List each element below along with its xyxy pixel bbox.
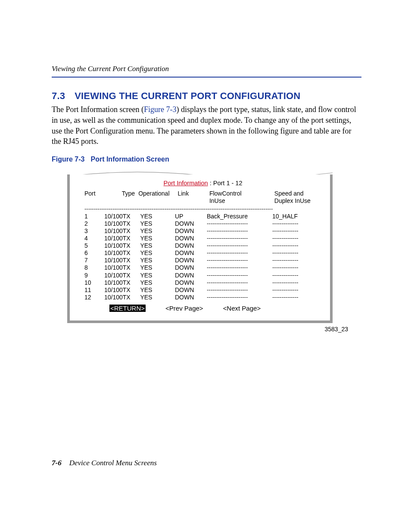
body-pre: The Port Information screen ( [52, 105, 144, 114]
figure-xref[interactable]: Figure 7-3 [144, 105, 177, 114]
cell-link: DOWN [175, 249, 207, 257]
table-row: 210/100TX YESDOWN-----------------------… [84, 220, 321, 227]
table-row: 910/100TX YESDOWN-----------------------… [84, 272, 321, 279]
cell-port: 1 [84, 213, 104, 220]
cell-operational: YES [135, 279, 175, 286]
cell-flowcontrol: ---------------------- [207, 242, 272, 249]
cell-operational: YES [135, 242, 175, 249]
table-row: 110/100TX YESUPBack_Pressure10_HALF [84, 213, 321, 220]
cell-link: UP [175, 213, 207, 220]
terminal-rows: 110/100TX YESUPBack_Pressure10_HALF210/1… [84, 213, 321, 301]
table-row: 810/100TX YESDOWN-----------------------… [84, 264, 321, 271]
cell-flowcontrol: ---------------------- [207, 220, 272, 227]
prev-page-button[interactable]: <Prev Page> [165, 305, 203, 312]
cell-link: DOWN [175, 279, 207, 286]
cell-operational: YES [135, 249, 175, 257]
cell-link: DOWN [175, 220, 207, 227]
table-row: 1010/100TX YESDOWN----------------------… [84, 279, 321, 286]
table-row: 610/100TX YESDOWN-----------------------… [84, 249, 321, 257]
section-number: 7.3 [52, 90, 65, 101]
table-row: 710/100TX YESDOWN-----------------------… [84, 257, 321, 264]
cell-link: DOWN [175, 227, 207, 235]
cell-flowcontrol: ---------------------- [207, 235, 272, 242]
figure-id: 3583_23 [67, 326, 348, 333]
terminal-title: Port Information : Port 1 - 12 [84, 180, 321, 187]
cell-port: 11 [84, 286, 104, 294]
cell-type: 10/100TX [104, 286, 135, 294]
cell-speed-duplex: -------------- [272, 257, 320, 264]
figure-caption: Figure 7-3Port Information Screen [52, 156, 361, 163]
cell-flowcontrol: ---------------------- [207, 264, 272, 271]
cell-operational: YES [135, 257, 175, 264]
cell-type: 10/100TX [104, 213, 135, 220]
next-page-button[interactable]: <Next Page> [223, 305, 261, 312]
cell-operational: YES [135, 294, 175, 301]
cell-operational: YES [135, 220, 175, 227]
cell-port: 7 [84, 257, 104, 264]
return-button[interactable]: <RETURN> [109, 305, 146, 312]
section-title-text: VIEWING THE CURRENT PORT CONFIGURATION [75, 90, 300, 101]
cell-type: 10/100TX [104, 249, 135, 257]
cell-speed-duplex: -------------- [272, 235, 320, 242]
section-body: The Port Information screen (Figure 7-3)… [52, 104, 361, 147]
cell-port: 5 [84, 242, 104, 249]
cell-type: 10/100TX [104, 227, 135, 235]
cell-flowcontrol: ---------------------- [207, 279, 272, 286]
cell-speed-duplex: -------------- [272, 286, 320, 294]
figure-label: Figure 7-3 [52, 156, 84, 163]
cell-operational: YES [135, 235, 175, 242]
col-speed-l2: Duplex InUse [274, 197, 321, 205]
cell-link: DOWN [175, 294, 207, 301]
cell-port: 4 [84, 235, 104, 242]
cell-flowcontrol: ---------------------- [207, 257, 272, 264]
cell-link: DOWN [175, 264, 207, 271]
terminal-nav: <RETURN> <Prev Page> <Next Page> [84, 305, 321, 312]
cell-flowcontrol: ---------------------- [207, 272, 272, 279]
col-speed-l1: Speed and [274, 190, 321, 197]
section-heading: 7.3VIEWING THE CURRENT PORT CONFIGURATIO… [52, 90, 361, 102]
col-flowcontrol-l1: FlowControl [209, 190, 274, 197]
col-flowcontrol-l2: InUse [209, 197, 274, 205]
cell-flowcontrol: Back_Pressure [207, 213, 272, 220]
cell-flowcontrol: ---------------------- [207, 249, 272, 257]
table-row: 410/100TX YESDOWN-----------------------… [84, 235, 321, 242]
cell-speed-duplex: -------------- [272, 279, 320, 286]
terminal-separator: ----------------------------------------… [84, 205, 321, 212]
cell-speed-duplex: -------------- [272, 264, 320, 271]
col-port: Port [84, 190, 104, 197]
cell-type: 10/100TX [104, 279, 135, 286]
cell-link: DOWN [175, 242, 207, 249]
cell-operational: YES [135, 286, 175, 294]
cell-link: DOWN [175, 286, 207, 294]
col-operational: Operational [138, 190, 177, 197]
cell-speed-duplex: -------------- [272, 227, 320, 235]
cell-type: 10/100TX [104, 264, 135, 271]
cell-operational: YES [135, 227, 175, 235]
col-type: Type [104, 190, 138, 197]
cell-speed-duplex: -------------- [272, 249, 320, 257]
cell-port: 8 [84, 264, 104, 271]
cell-type: 10/100TX [104, 235, 135, 242]
cell-link: DOWN [175, 272, 207, 279]
cell-flowcontrol: ---------------------- [207, 294, 272, 301]
page-number: 7-6 [52, 459, 62, 467]
cell-speed-duplex: -------------- [272, 294, 320, 301]
table-row: 1110/100TX YESDOWN----------------------… [84, 286, 321, 294]
terminal-title-highlight: Port Information [164, 180, 208, 187]
cell-operational: YES [135, 213, 175, 220]
table-row: 510/100TX YESDOWN-----------------------… [84, 242, 321, 249]
cell-port: 9 [84, 272, 104, 279]
cell-speed-duplex: -------------- [272, 220, 320, 227]
cell-port: 6 [84, 249, 104, 257]
table-row: 310/100TX YESDOWN-----------------------… [84, 227, 321, 235]
cell-speed-duplex: -------------- [272, 272, 320, 279]
cell-type: 10/100TX [104, 220, 135, 227]
cell-port: 3 [84, 227, 104, 235]
col-link: Link [177, 190, 209, 197]
header-rule [52, 77, 361, 78]
figure-caption-text: Port Information Screen [90, 156, 169, 163]
page: Viewing the Current Port Configuration 7… [0, 0, 411, 532]
terminal-screen: Port Information : Port 1 - 12 Port Type… [67, 174, 333, 323]
cell-type: 10/100TX [104, 272, 135, 279]
cell-port: 2 [84, 220, 104, 227]
